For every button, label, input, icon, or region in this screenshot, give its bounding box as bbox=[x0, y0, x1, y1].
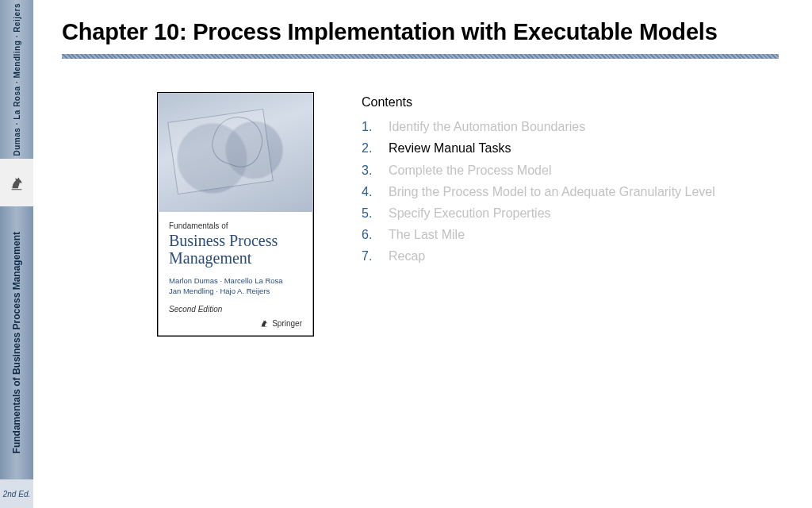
cover-authors: Marlon Dumas · Marcello La Rosa Jan Mend… bbox=[169, 276, 302, 297]
contents-item-number: 4. bbox=[362, 181, 376, 202]
cover-authors-line1: Marlon Dumas · Marcello La Rosa bbox=[169, 276, 283, 285]
contents-item-label: The Last Mile bbox=[389, 224, 465, 245]
contents-item-label: Identify the Automation Boundaries bbox=[389, 116, 585, 137]
contents-heading: Contents bbox=[362, 95, 779, 110]
spine-title-band: Fundamentals of Business Process Managem… bbox=[0, 206, 33, 479]
contents-item[interactable]: 6.The Last Mile bbox=[362, 224, 779, 245]
contents-item-label: Specify Execution Properties bbox=[389, 202, 551, 224]
contents-item-number: 6. bbox=[362, 224, 376, 245]
cover-edition: Second Edition bbox=[169, 305, 302, 314]
contents-item-label: Recap bbox=[389, 245, 425, 267]
contents-item-number: 7. bbox=[362, 245, 376, 267]
book-spine: Dumas · La Rosa · Mendling · Reijers Fun… bbox=[0, 0, 33, 508]
spine-authors: Dumas · La Rosa · Mendling · Reijers bbox=[13, 3, 21, 156]
cover-pretitle: Fundamentals of bbox=[169, 221, 302, 230]
horse-icon bbox=[8, 174, 25, 191]
spine-edition-band: 2nd Ed. bbox=[0, 479, 33, 508]
cover-publisher-name: Springer bbox=[272, 319, 302, 328]
cover-artwork bbox=[158, 93, 313, 212]
cover-text-block: Fundamentals of Business Process Managem… bbox=[158, 212, 313, 336]
slide-body: Fundamentals of Business Process Managem… bbox=[62, 92, 779, 337]
spine-publisher-logo bbox=[0, 159, 33, 206]
slide-page: Chapter 10: Process Implementation with … bbox=[33, 0, 812, 508]
spine-authors-band: Dumas · La Rosa · Mendling · Reijers bbox=[0, 0, 33, 159]
contents-item-label: Complete the Process Model bbox=[389, 160, 551, 181]
contents-item[interactable]: 4.Bring the Process Model to an Adequate… bbox=[362, 181, 779, 202]
contents-block: Contents 1.Identify the Automation Bound… bbox=[362, 92, 779, 337]
contents-item-label: Bring the Process Model to an Adequate G… bbox=[389, 181, 715, 202]
contents-item-number: 2. bbox=[362, 137, 376, 159]
chapter-title: Chapter 10: Process Implementation with … bbox=[62, 17, 779, 46]
contents-item-number: 3. bbox=[362, 160, 376, 181]
title-underline bbox=[62, 54, 779, 59]
spine-edition: 2nd Ed. bbox=[3, 490, 30, 498]
contents-item[interactable]: 5.Specify Execution Properties bbox=[362, 202, 779, 224]
contents-list: 1.Identify the Automation Boundaries2.Re… bbox=[362, 116, 779, 267]
contents-item-number: 1. bbox=[362, 116, 376, 137]
horse-icon bbox=[259, 318, 269, 328]
cover-publisher: Springer bbox=[259, 318, 302, 328]
contents-item[interactable]: 2.Review Manual Tasks bbox=[362, 137, 779, 159]
contents-item[interactable]: 3.Complete the Process Model bbox=[362, 160, 779, 181]
contents-item-number: 5. bbox=[362, 202, 376, 224]
cover-title: Business Process Management bbox=[169, 232, 302, 267]
cover-authors-line2: Jan Mendling · Hajo A. Reijers bbox=[169, 287, 270, 295]
contents-item[interactable]: 1.Identify the Automation Boundaries bbox=[362, 116, 779, 137]
book-cover: Fundamentals of Business Process Managem… bbox=[157, 92, 314, 337]
contents-item[interactable]: 7.Recap bbox=[362, 245, 779, 267]
contents-item-label: Review Manual Tasks bbox=[389, 137, 511, 159]
spine-title: Fundamentals of Business Process Managem… bbox=[11, 232, 22, 453]
